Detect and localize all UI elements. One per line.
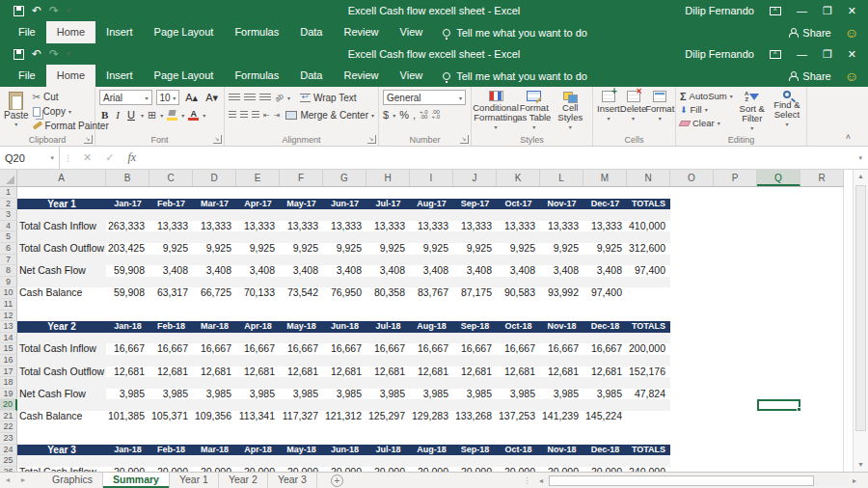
ribbon-tab-page-layout[interactable]: Page Layout	[144, 21, 225, 43]
cell[interactable]	[497, 255, 540, 266]
cell[interactable]	[757, 433, 800, 445]
cell[interactable]	[366, 399, 410, 411]
cell[interactable]	[583, 231, 627, 243]
cell[interactable]: 121,312	[323, 411, 366, 422]
cell[interactable]: 12,681	[366, 366, 410, 378]
cell[interactable]: Cash Balance	[17, 287, 106, 299]
ribbon-tab-formulas[interactable]: Formulas	[224, 65, 289, 87]
cell[interactable]: TOTALS	[627, 445, 670, 456]
accounting-format-icon[interactable]: $	[383, 109, 389, 121]
redo-icon[interactable]: ↷	[49, 5, 59, 16]
ribbon-display-options-icon[interactable]	[770, 7, 781, 15]
cell[interactable]	[149, 333, 193, 344]
cell[interactable]: 109,356	[193, 411, 236, 422]
cell[interactable]: 3,408	[540, 265, 583, 277]
cell[interactable]	[670, 221, 714, 232]
cell[interactable]	[453, 377, 497, 389]
cell[interactable]: 13,333	[540, 221, 583, 232]
cell[interactable]: 3,408	[236, 265, 280, 277]
cell[interactable]	[17, 209, 106, 221]
cell[interactable]: Aug-18	[410, 445, 453, 456]
cell[interactable]: 76,950	[323, 287, 366, 299]
align-bottom-icon[interactable]	[259, 94, 271, 101]
ribbon-tab-data[interactable]: Data	[289, 21, 333, 43]
row-header-8[interactable]: 8	[0, 265, 17, 277]
cell[interactable]	[366, 187, 410, 199]
cell[interactable]	[453, 399, 497, 411]
cell[interactable]	[757, 389, 800, 400]
cell[interactable]: 152,176	[627, 366, 670, 378]
cell[interactable]	[714, 187, 757, 199]
cell[interactable]: 13,333	[497, 221, 540, 232]
cell[interactable]	[193, 187, 236, 199]
column-header-C[interactable]: C	[149, 170, 193, 186]
conditional-formatting-button[interactable]: Conditional Formatting▾	[475, 90, 516, 132]
cell[interactable]: Oct-18	[497, 445, 540, 456]
cell[interactable]: 16,667	[410, 343, 453, 355]
cell[interactable]: 13,333	[583, 221, 627, 232]
autosum-button[interactable]: ΣAutoSum▾	[680, 90, 733, 102]
cell[interactable]	[627, 377, 670, 389]
cell[interactable]: 105,371	[149, 411, 193, 422]
cell[interactable]	[627, 231, 670, 243]
cell[interactable]	[497, 231, 540, 243]
cell[interactable]	[17, 377, 106, 389]
cell[interactable]	[757, 343, 800, 355]
cell[interactable]: 12,681	[453, 366, 497, 378]
row-header-5[interactable]: 5	[0, 231, 17, 243]
cell[interactable]	[280, 421, 323, 433]
collapse-ribbon-icon[interactable]: ˄	[846, 132, 851, 142]
cell[interactable]	[149, 299, 193, 311]
cell[interactable]	[453, 421, 497, 433]
cell[interactable]	[106, 209, 149, 221]
cell[interactable]	[670, 199, 714, 210]
cell[interactable]	[193, 377, 236, 389]
cell[interactable]	[670, 299, 714, 311]
cell[interactable]	[106, 231, 149, 243]
cell[interactable]	[670, 399, 714, 411]
cell[interactable]	[670, 311, 714, 322]
cell[interactable]: 47,824	[627, 389, 670, 400]
cell[interactable]: Sep-17	[453, 199, 497, 210]
paste-caret-icon[interactable]: ▾	[14, 121, 17, 127]
cell[interactable]	[193, 455, 236, 467]
cell[interactable]: 3,408	[149, 265, 193, 277]
cell[interactable]: 3,408	[193, 265, 236, 277]
cell[interactable]	[366, 377, 410, 389]
cell[interactable]	[193, 277, 236, 288]
restore-button[interactable]: ❐	[823, 49, 832, 60]
cell[interactable]: Aug-17	[410, 199, 453, 210]
ribbon-tab-data[interactable]: Data	[289, 65, 333, 87]
column-header-H[interactable]: H	[366, 170, 410, 186]
share-button[interactable]: Share	[788, 27, 830, 39]
cell[interactable]: 13,333	[366, 221, 410, 232]
cell[interactable]	[627, 209, 670, 221]
ribbon-tab-file[interactable]: File	[8, 21, 46, 43]
column-header-L[interactable]: L	[540, 170, 583, 186]
cell[interactable]	[670, 445, 714, 456]
cell[interactable]	[714, 433, 757, 445]
cell[interactable]	[280, 311, 323, 322]
cell[interactable]	[453, 299, 497, 311]
cell[interactable]: Feb-17	[149, 199, 193, 210]
cell[interactable]	[17, 277, 106, 288]
cell[interactable]: 12,681	[497, 366, 540, 378]
cell[interactable]	[583, 187, 627, 199]
scroll-right-icon[interactable]: ▸	[849, 476, 860, 485]
cell[interactable]	[149, 277, 193, 288]
cell[interactable]	[540, 399, 583, 411]
cell[interactable]: Net Cash Flow	[17, 265, 106, 277]
cell[interactable]	[106, 187, 149, 199]
row-header-24[interactable]: 24	[0, 445, 17, 456]
cell[interactable]	[366, 433, 410, 445]
cell[interactable]: 63,317	[149, 287, 193, 299]
cell-styles-button[interactable]: Cell Styles▾	[553, 90, 589, 132]
cell[interactable]: Jun-17	[323, 199, 366, 210]
cell[interactable]	[17, 399, 106, 411]
cell[interactable]	[714, 399, 757, 411]
cell[interactable]	[670, 287, 714, 299]
cell[interactable]: 203,425	[106, 243, 149, 255]
ribbon-tab-formulas[interactable]: Formulas	[224, 21, 289, 43]
cell[interactable]	[670, 389, 714, 400]
borders-icon[interactable]: ⊞	[148, 109, 156, 122]
